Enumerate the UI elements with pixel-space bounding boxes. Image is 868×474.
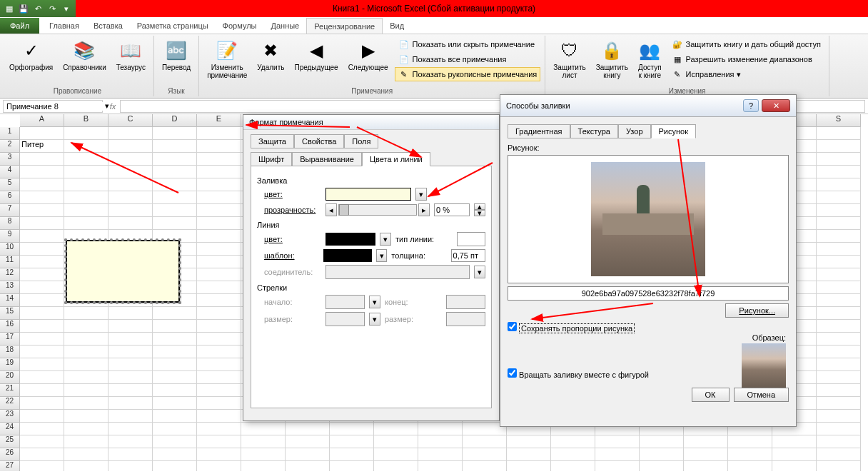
cell-O27[interactable] bbox=[640, 461, 684, 471]
cell-D16[interactable] bbox=[153, 320, 197, 333]
cell-A26[interactable] bbox=[20, 448, 64, 461]
cell-A27[interactable] bbox=[20, 461, 64, 471]
tab-layout[interactable]: Разметка страницы bbox=[130, 18, 216, 34]
cell-B8[interactable] bbox=[64, 217, 108, 230]
cell-D19[interactable] bbox=[153, 358, 197, 371]
cell-R27[interactable] bbox=[772, 461, 817, 471]
cell-E17[interactable] bbox=[197, 333, 241, 346]
scroll-right-icon[interactable]: ▸ bbox=[418, 203, 430, 216]
cell-C3[interactable] bbox=[108, 153, 153, 166]
cell-C25[interactable] bbox=[108, 435, 153, 448]
cell-A24[interactable] bbox=[20, 423, 64, 435]
cell-A12[interactable] bbox=[20, 268, 64, 281]
cell-E4[interactable] bbox=[197, 166, 241, 178]
cell-C23[interactable] bbox=[108, 410, 153, 423]
cell-S4[interactable] bbox=[817, 166, 861, 178]
row-10[interactable]: 10 bbox=[0, 243, 20, 256]
weight-value[interactable]: 0,75 пт bbox=[451, 249, 485, 262]
select-picture-button[interactable]: Рисунок... bbox=[725, 303, 789, 318]
show-all-comments-button[interactable]: 📄Показать все примечания bbox=[395, 52, 541, 66]
cell-A17[interactable] bbox=[20, 333, 64, 346]
cell-C2[interactable] bbox=[108, 140, 153, 153]
tab-fields[interactable]: Поля bbox=[344, 134, 378, 148]
cell-E13[interactable] bbox=[197, 281, 241, 294]
row-21[interactable]: 21 bbox=[0, 384, 20, 397]
cell-P26[interactable] bbox=[684, 448, 728, 461]
cell-E19[interactable] bbox=[197, 358, 241, 371]
cell-B21[interactable] bbox=[64, 384, 108, 397]
cell-B23[interactable] bbox=[64, 410, 108, 423]
col-A[interactable]: A bbox=[20, 114, 64, 127]
cell-B22[interactable] bbox=[64, 397, 108, 410]
cell-K27[interactable] bbox=[463, 461, 507, 471]
cell-E18[interactable] bbox=[197, 346, 241, 358]
cell-E10[interactable] bbox=[197, 243, 241, 256]
color-swatch[interactable] bbox=[326, 188, 411, 201]
cell-E11[interactable] bbox=[197, 256, 241, 268]
delete-comment-button[interactable]: ✖Удалить bbox=[253, 37, 288, 74]
cell-A8[interactable] bbox=[20, 217, 64, 230]
cell-C5[interactable] bbox=[108, 178, 153, 191]
cell-S24[interactable] bbox=[817, 423, 861, 435]
cell-S26[interactable] bbox=[817, 448, 861, 461]
row-17[interactable]: 17 bbox=[0, 333, 20, 346]
col-C[interactable]: C bbox=[108, 114, 153, 127]
cell-D22[interactable] bbox=[153, 397, 197, 410]
protect-sheet-button[interactable]: 🛡Защитить лист bbox=[550, 37, 589, 81]
cell-O25[interactable] bbox=[640, 435, 684, 448]
cell-A23[interactable] bbox=[20, 410, 64, 423]
cell-S14[interactable] bbox=[817, 294, 861, 307]
tab-review[interactable]: Рецензирование bbox=[306, 18, 383, 34]
cell-S20[interactable] bbox=[817, 371, 861, 384]
cell-A10[interactable] bbox=[20, 243, 64, 256]
edit-comment-button[interactable]: 📝Изменить примечание bbox=[203, 37, 251, 81]
cell-E3[interactable] bbox=[197, 153, 241, 166]
cell-C19[interactable] bbox=[108, 358, 153, 371]
slider-thumb[interactable] bbox=[339, 204, 349, 216]
cell-E14[interactable] bbox=[197, 294, 241, 307]
col-E[interactable]: E bbox=[197, 114, 241, 127]
cell-I26[interactable] bbox=[374, 448, 418, 461]
cell-A4[interactable] bbox=[20, 166, 64, 178]
cell-S18[interactable] bbox=[817, 346, 861, 358]
dlg2-titlebar[interactable]: Способы заливки ?✕ bbox=[500, 95, 796, 117]
scroll-left-icon[interactable]: ◂ bbox=[326, 203, 337, 216]
cell-C15[interactable] bbox=[108, 307, 153, 320]
cell-C21[interactable] bbox=[108, 384, 153, 397]
close-icon[interactable]: ✕ bbox=[762, 99, 790, 112]
cell-E8[interactable] bbox=[197, 217, 241, 230]
cell-C22[interactable] bbox=[108, 397, 153, 410]
spin-down-icon[interactable]: ▾ bbox=[474, 210, 485, 216]
cell-E6[interactable] bbox=[197, 191, 241, 204]
cell-J26[interactable] bbox=[418, 448, 463, 461]
cell-S5[interactable] bbox=[817, 178, 861, 191]
cell-A21[interactable] bbox=[20, 384, 64, 397]
cell-P27[interactable] bbox=[684, 461, 728, 471]
lock-aspect-input[interactable] bbox=[508, 322, 517, 331]
tab-align[interactable]: Выравнивание bbox=[292, 152, 362, 166]
cell-D3[interactable] bbox=[153, 153, 197, 166]
rotate-checkbox[interactable]: Вращать заливку вместе с фигурой bbox=[508, 370, 649, 379]
tab-picture[interactable]: Рисунок bbox=[651, 124, 697, 138]
cell-E20[interactable] bbox=[197, 371, 241, 384]
pattern-swatch[interactable] bbox=[323, 249, 372, 262]
cell-M26[interactable] bbox=[551, 448, 595, 461]
row-8[interactable]: 8 bbox=[0, 217, 20, 230]
cell-P25[interactable] bbox=[684, 435, 728, 448]
cell-C16[interactable] bbox=[108, 320, 153, 333]
cell-S1[interactable] bbox=[817, 127, 861, 140]
cell-C26[interactable] bbox=[108, 448, 153, 461]
tab-font[interactable]: Шрифт bbox=[251, 152, 292, 166]
pattern-dd-icon[interactable]: ▾ bbox=[376, 249, 388, 262]
cancel-button[interactable]: Отмена bbox=[734, 388, 789, 402]
row-13[interactable]: 13 bbox=[0, 281, 20, 294]
next-comment-button[interactable]: ▶Следующее bbox=[345, 37, 392, 74]
row-20[interactable]: 20 bbox=[0, 371, 20, 384]
cell-C24[interactable] bbox=[108, 423, 153, 435]
cell-H27[interactable] bbox=[330, 461, 374, 471]
cell-B16[interactable] bbox=[64, 320, 108, 333]
cell-Q26[interactable] bbox=[728, 448, 772, 461]
cell-E2[interactable] bbox=[197, 140, 241, 153]
rotate-input[interactable] bbox=[508, 368, 517, 378]
comment-shape[interactable] bbox=[66, 240, 180, 303]
